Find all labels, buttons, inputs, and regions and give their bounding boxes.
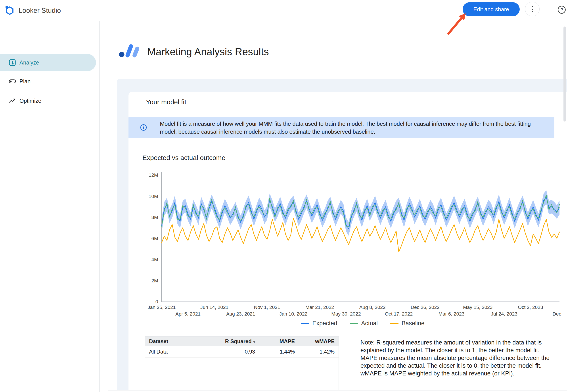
card-title: Your model fit xyxy=(146,98,186,106)
vertical-scrollbar-thumb[interactable] xyxy=(564,27,566,122)
model-fit-note: Note: R-squared measures the amount of v… xyxy=(361,339,552,378)
legend-swatch xyxy=(301,323,309,324)
sidebar-item-plan[interactable]: Plan xyxy=(0,73,96,90)
header-divider xyxy=(112,63,567,63)
cell-rsquared: 0.93 xyxy=(204,349,259,355)
looker-studio-logo xyxy=(4,5,15,15)
table-header-row: Dataset R Squared▾ MAPE wMAPE xyxy=(145,336,339,346)
info-banner-text: Model fit is a measure of how well your … xyxy=(160,120,536,136)
legend-item-actual: Actual xyxy=(350,320,378,327)
kebab-dot xyxy=(532,6,533,7)
sidebar-item-label: Optimize xyxy=(19,98,41,104)
sort-descending-icon: ▾ xyxy=(253,340,255,344)
svg-text:Aug 8, 2022: Aug 8, 2022 xyxy=(359,305,386,310)
svg-text:10M: 10M xyxy=(149,194,158,199)
cell-wmape: 1.42% xyxy=(299,349,339,355)
svg-text:2M: 2M xyxy=(151,278,158,283)
legend-item-expected: Expected xyxy=(301,320,337,327)
svg-text:Nov 1, 2021: Nov 1, 2021 xyxy=(254,305,280,310)
svg-text:0: 0 xyxy=(156,299,158,305)
topbar-divider xyxy=(549,4,549,17)
legend-label: Baseline xyxy=(402,320,425,327)
legend-label: Expected xyxy=(312,320,337,327)
legend-item-baseline: Baseline xyxy=(390,320,425,327)
cell-dataset: All Data xyxy=(145,349,204,355)
edit-and-share-button[interactable]: Edit and share xyxy=(463,2,520,16)
svg-text:Jan 25, 2021: Jan 25, 2021 xyxy=(147,305,175,310)
svg-text:Mar 6, 2023: Mar 6, 2023 xyxy=(438,311,465,317)
svg-text:Jan 10, 2022: Jan 10, 2022 xyxy=(279,311,307,317)
sidebar-item-label: Analyze xyxy=(19,59,39,66)
report-title: Marketing Analysis Results xyxy=(147,46,269,58)
page-bottom-edge xyxy=(108,390,567,391)
sidebar-item-analyze[interactable]: Analyze xyxy=(0,54,96,71)
svg-text:12M: 12M xyxy=(149,172,158,178)
app-title: Looker Studio xyxy=(19,0,61,21)
svg-text:Oct 2, 2023: Oct 2, 2023 xyxy=(518,305,543,310)
help-icon[interactable]: ? xyxy=(558,6,566,14)
cell-mape: 1.44% xyxy=(259,349,299,355)
trending-up-icon xyxy=(8,97,16,105)
svg-text:Aug 23, 2021: Aug 23, 2021 xyxy=(226,311,255,317)
legend-label: Actual xyxy=(361,320,378,327)
svg-text:Oct 17, 2022: Oct 17, 2022 xyxy=(385,311,413,317)
svg-text:May 30, 2022: May 30, 2022 xyxy=(331,311,361,317)
meridian-logo xyxy=(118,42,143,58)
legend-swatch xyxy=(350,323,358,324)
svg-text:Jun 14, 2021: Jun 14, 2021 xyxy=(200,305,228,310)
left-navigation: Analyze Plan Optimize ‹ xyxy=(0,21,100,392)
table-header-mape[interactable]: MAPE xyxy=(259,338,299,345)
svg-text:Apr 5, 2021: Apr 5, 2021 xyxy=(175,311,201,317)
kebab-dot xyxy=(532,9,533,10)
table-row: All Data 0.93 1.44% 1.42% xyxy=(145,346,339,358)
info-icon xyxy=(140,124,147,131)
svg-text:Dec: Dec xyxy=(553,311,561,317)
analyze-chart-icon xyxy=(8,58,16,67)
toggle-icon xyxy=(8,77,16,85)
more-options-button[interactable] xyxy=(525,2,539,16)
table-header-wmape[interactable]: wMAPE xyxy=(299,338,339,345)
sidebar-item-label: Plan xyxy=(19,78,30,85)
svg-text:8M: 8M xyxy=(151,215,158,220)
model-fit-table: Dataset R Squared▾ MAPE wMAPE All Data 0… xyxy=(145,336,339,390)
page-left-edge xyxy=(108,21,108,390)
svg-text:May 15, 2023: May 15, 2023 xyxy=(463,305,493,310)
model-fit-chart[interactable]: 02M4M6M8M10M12MJan 25, 2021Apr 5, 2021Ju… xyxy=(142,170,567,319)
sidebar-item-optimize[interactable]: Optimize xyxy=(0,92,96,109)
chart-section-title: Expected vs actual outcome xyxy=(142,154,225,162)
chart-legend: Expected Actual Baseline xyxy=(164,320,562,327)
table-header-rsquared[interactable]: R Squared▾ xyxy=(204,338,259,345)
svg-text:4M: 4M xyxy=(151,257,158,262)
svg-text:Dec 26, 2022: Dec 26, 2022 xyxy=(411,305,440,310)
svg-text:Jul 24, 2023: Jul 24, 2023 xyxy=(491,311,517,317)
legend-swatch xyxy=(390,323,398,324)
topbar: Looker Studio Edit and share ? xyxy=(0,0,567,21)
table-header-dataset: Dataset xyxy=(145,338,204,345)
kebab-dot xyxy=(532,11,533,12)
svg-text:6M: 6M xyxy=(151,236,158,241)
svg-text:Mar 21, 2022: Mar 21, 2022 xyxy=(305,305,334,310)
